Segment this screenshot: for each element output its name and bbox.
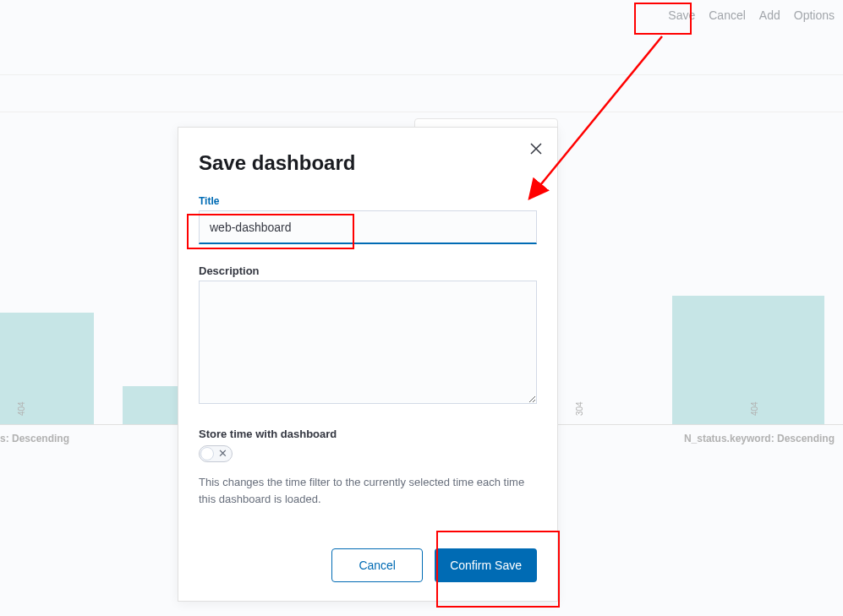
chart-bar [0,313,94,424]
store-time-label: Store time with dashboard [199,428,537,440]
separator [0,74,843,75]
modal-actions: Cancel Confirm Save [331,548,537,582]
options-menu-item[interactable]: Options [794,8,835,22]
store-time-help-text: This changes the time filter to the curr… [199,474,537,507]
chart-bar [123,386,178,424]
modal-title: Save dashboard [199,151,537,175]
title-field-label: Title [199,195,537,207]
save-dashboard-modal: Save dashboard Title Description Store t… [178,127,558,602]
title-input[interactable] [199,210,537,244]
add-menu-item[interactable]: Add [759,8,780,22]
top-toolbar: Save Cancel Add Options [668,8,843,22]
axis-tick: 404 [17,401,26,416]
cancel-button[interactable]: Cancel [331,548,423,582]
x-axis-label-right: N_status.keyword: Descending [684,433,835,444]
axis-tick: 404 [750,401,759,416]
close-icon[interactable] [530,143,542,158]
toggle-knob-icon [200,447,214,461]
store-time-toggle[interactable]: ✕ [199,445,233,462]
description-field-label: Description [199,264,537,277]
save-menu-item[interactable]: Save [668,8,695,22]
confirm-save-button[interactable]: Confirm Save [435,548,537,582]
chart-bar [672,296,824,424]
description-textarea[interactable] [199,281,537,404]
separator [0,112,843,112]
axis-tick: 304 [575,401,584,416]
toggle-off-icon: ✕ [218,447,227,460]
x-axis-label-left: s: Descending [0,433,69,444]
cancel-menu-item[interactable]: Cancel [709,8,746,22]
